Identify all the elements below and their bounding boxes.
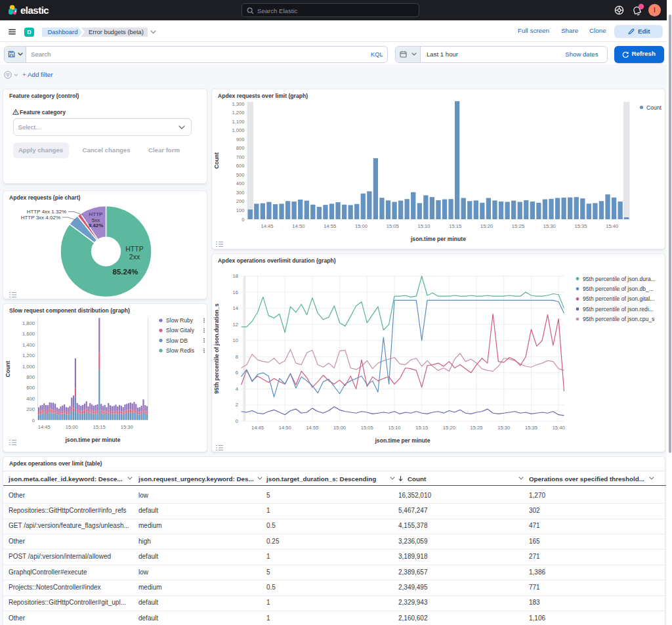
svg-text:14:50: 14:50 [279, 425, 291, 431]
svg-text:1,200: 1,200 [232, 110, 244, 116]
svg-text:500: 500 [236, 171, 245, 177]
svg-text:15:25: 15:25 [471, 425, 483, 431]
svg-text:14:45: 14:45 [261, 223, 274, 228]
svg-text:10: 10 [233, 337, 238, 343]
svg-text:15:00: 15:00 [66, 424, 78, 430]
svg-text:1,800: 1,800 [22, 320, 35, 326]
svg-text:100: 100 [236, 207, 245, 213]
svg-text:95th percentile of json.db_...: 95th percentile of json.db_... [583, 285, 654, 291]
svg-text:2xx: 2xx [129, 253, 140, 261]
svg-text:15:10: 15:10 [418, 223, 430, 228]
svg-text:15:20: 15:20 [443, 425, 455, 431]
svg-text:15:30: 15:30 [121, 424, 133, 430]
svg-text:json.time per minute: json.time per minute [374, 437, 430, 444]
svg-text:15:30: 15:30 [497, 425, 510, 431]
svg-text:300: 300 [236, 189, 245, 195]
svg-text:Count: Count [646, 104, 662, 110]
svg-text:8: 8 [236, 353, 238, 359]
svg-text:400: 400 [26, 396, 35, 402]
svg-text:95th percentile of json.cpu_s: 95th percentile of json.cpu_s [583, 316, 654, 322]
svg-text:15:00: 15:00 [333, 425, 346, 431]
svg-text:15:15: 15:15 [415, 425, 428, 431]
svg-text:6: 6 [236, 370, 238, 376]
svg-text:15:35: 15:35 [574, 223, 587, 228]
svg-text:Count: Count [5, 360, 11, 377]
svg-text:1,200: 1,200 [22, 353, 35, 358]
svg-text:95th percentile of json.dura..: 95th percentile of json.dura... [583, 275, 656, 282]
svg-text:4: 4 [236, 385, 238, 391]
svg-text:1,000: 1,000 [22, 364, 35, 370]
svg-text:12: 12 [233, 321, 238, 327]
svg-text:600: 600 [236, 163, 245, 169]
svg-text:15:40: 15:40 [606, 223, 618, 228]
svg-text:15:15: 15:15 [449, 223, 461, 228]
svg-text:14:55: 14:55 [324, 223, 336, 228]
svg-text:15:15: 15:15 [93, 424, 106, 430]
svg-text:95th percentile of json.durati: 95th percentile of json.duration_s [213, 303, 220, 394]
svg-text:95th percentile of json.redi..: 95th percentile of json.redi... [583, 305, 654, 312]
svg-text:0: 0 [242, 216, 244, 222]
svg-text:14: 14 [233, 305, 238, 311]
svg-text:9.42%: 9.42% [89, 223, 104, 228]
svg-text:900: 900 [236, 136, 245, 142]
svg-text:15:10: 15:10 [388, 425, 400, 431]
svg-text:HTTP: HTTP [125, 245, 143, 253]
svg-text:15:00: 15:00 [355, 223, 368, 228]
svg-text:1,600: 1,600 [22, 331, 35, 337]
svg-text:15:25: 15:25 [512, 223, 524, 228]
svg-text:200: 200 [236, 198, 245, 204]
svg-text:700: 700 [236, 154, 245, 160]
svg-text:Slow DB: Slow DB [166, 337, 188, 344]
svg-text:95th percentile of json.gital.: 95th percentile of json.gital... [583, 295, 654, 302]
svg-text:1,100: 1,100 [232, 118, 244, 124]
svg-text:14:45: 14:45 [251, 425, 264, 431]
svg-text:85.24%: 85.24% [112, 268, 138, 276]
svg-text:Count: Count [213, 152, 220, 168]
svg-text:16: 16 [233, 289, 238, 295]
svg-text:1,300: 1,300 [232, 100, 244, 106]
svg-text:600: 600 [26, 385, 35, 391]
svg-text:1,400: 1,400 [22, 342, 35, 348]
svg-text:18: 18 [233, 273, 238, 279]
svg-text:0: 0 [236, 418, 238, 424]
svg-text:400: 400 [236, 181, 245, 186]
svg-text:15:20: 15:20 [480, 223, 493, 228]
svg-text:2: 2 [236, 402, 238, 408]
svg-text:15:30: 15:30 [543, 223, 556, 228]
svg-text:Slow Redis: Slow Redis [166, 347, 194, 354]
svg-text:200: 200 [26, 406, 35, 412]
svg-text:15:05: 15:05 [361, 425, 373, 431]
svg-text:json.time per minute: json.time per minute [64, 437, 120, 443]
svg-text:Slow Ruby: Slow Ruby [166, 317, 194, 324]
svg-text:1,000: 1,000 [232, 127, 244, 133]
svg-text:14:45: 14:45 [38, 424, 51, 430]
svg-text:15:05: 15:05 [387, 223, 399, 228]
svg-text:800: 800 [26, 374, 35, 380]
svg-text:14:50: 14:50 [292, 223, 304, 228]
svg-text:15:35: 15:35 [525, 425, 537, 431]
svg-text:800: 800 [236, 145, 245, 151]
svg-text:json.time per minute: json.time per minute [410, 236, 466, 242]
svg-text:Slow Gitaly: Slow Gitaly [166, 327, 195, 334]
svg-text:15:40: 15:40 [553, 425, 565, 431]
svg-text:14:55: 14:55 [306, 425, 318, 431]
svg-text:HTTP 3xx 4.02%: HTTP 3xx 4.02% [21, 214, 60, 220]
svg-text:0: 0 [32, 418, 35, 423]
